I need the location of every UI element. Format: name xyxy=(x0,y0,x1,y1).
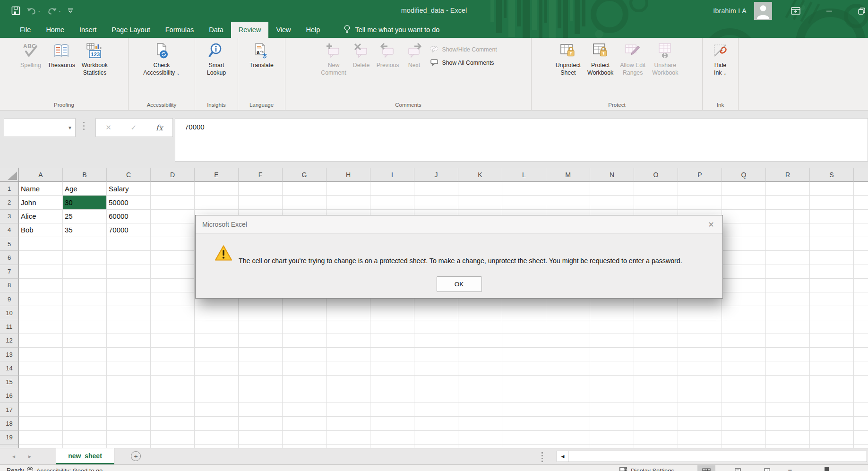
tab-data[interactable]: Data xyxy=(201,22,231,38)
cell-K14[interactable] xyxy=(458,361,502,375)
cell-F20[interactable] xyxy=(239,445,283,448)
row-header-16[interactable]: 16 xyxy=(0,389,19,403)
cell-S4[interactable] xyxy=(810,223,854,237)
cell-H19[interactable] xyxy=(327,431,370,445)
cell-N2[interactable] xyxy=(590,196,634,209)
select-all-button[interactable] xyxy=(0,168,19,182)
cell-S18[interactable] xyxy=(810,417,854,430)
cell-B11[interactable] xyxy=(63,320,107,334)
cell-H1[interactable] xyxy=(327,182,370,196)
column-header-A[interactable]: A xyxy=(19,168,63,182)
cell-J13[interactable] xyxy=(414,348,458,361)
cell-M13[interactable] xyxy=(546,348,590,361)
cell-M18[interactable] xyxy=(546,417,590,430)
cell-H10[interactable] xyxy=(327,306,370,320)
cell-B14[interactable] xyxy=(63,361,107,375)
cell-C2[interactable]: 50000 xyxy=(107,196,151,209)
cell-Q12[interactable] xyxy=(722,334,766,348)
cell-C18[interactable] xyxy=(107,417,151,430)
cell-P1[interactable] xyxy=(678,182,722,196)
cell-J10[interactable] xyxy=(414,306,458,320)
cell-N20[interactable] xyxy=(590,445,634,448)
cell-L15[interactable] xyxy=(502,376,546,389)
cell-N17[interactable] xyxy=(590,403,634,417)
cell-B13[interactable] xyxy=(63,348,107,361)
cell-F14[interactable] xyxy=(239,361,283,375)
column-header-O[interactable]: O xyxy=(634,168,678,182)
cell-F15[interactable] xyxy=(239,376,283,389)
cell-N16[interactable] xyxy=(590,389,634,403)
cell-Q7[interactable] xyxy=(722,265,766,279)
row-header-15[interactable]: 15 xyxy=(0,376,19,389)
cell-L14[interactable] xyxy=(502,361,546,375)
cell-B9[interactable] xyxy=(63,292,107,306)
tab-page-layout[interactable]: Page Layout xyxy=(104,22,157,38)
cell-K20[interactable] xyxy=(458,445,502,448)
cell-R17[interactable] xyxy=(766,403,810,417)
cell-A19[interactable] xyxy=(19,431,63,445)
cell-S8[interactable] xyxy=(810,279,854,292)
cell-L12[interactable] xyxy=(502,334,546,348)
cell-D16[interactable] xyxy=(151,389,195,403)
cell-J18[interactable] xyxy=(414,417,458,430)
cell-C5[interactable] xyxy=(107,237,151,251)
cell-K1[interactable] xyxy=(458,182,502,196)
cell-R10[interactable] xyxy=(766,306,810,320)
cell-Q5[interactable] xyxy=(722,237,766,251)
cell-S13[interactable] xyxy=(810,348,854,361)
cell-N18[interactable] xyxy=(590,417,634,430)
cell-S11[interactable] xyxy=(810,320,854,334)
cell-A20[interactable] xyxy=(19,445,63,448)
column-header-H[interactable]: H xyxy=(327,168,370,182)
column-header-J[interactable]: J xyxy=(414,168,458,182)
cell-J11[interactable] xyxy=(414,320,458,334)
cell-L2[interactable] xyxy=(502,196,546,209)
cell-L20[interactable] xyxy=(502,445,546,448)
cell-D1[interactable] xyxy=(151,182,195,196)
cell-K2[interactable] xyxy=(458,196,502,209)
cell-E11[interactable] xyxy=(195,320,239,334)
cell-E18[interactable] xyxy=(195,417,239,430)
cell-I15[interactable] xyxy=(370,376,414,389)
cell-F10[interactable] xyxy=(239,306,283,320)
column-header-S[interactable]: S xyxy=(810,168,854,182)
cell-R13[interactable] xyxy=(766,348,810,361)
row-header-12[interactable]: 12 xyxy=(0,334,19,348)
cell-Q16[interactable] xyxy=(722,389,766,403)
cell-A10[interactable] xyxy=(19,306,63,320)
cell-O10[interactable] xyxy=(634,306,678,320)
cell-G15[interactable] xyxy=(283,376,327,389)
cell-N13[interactable] xyxy=(590,348,634,361)
cell-G11[interactable] xyxy=(283,320,327,334)
cell-I19[interactable] xyxy=(370,431,414,445)
cell-E14[interactable] xyxy=(195,361,239,375)
cell-B6[interactable] xyxy=(63,251,107,265)
cell-A13[interactable] xyxy=(19,348,63,361)
cell-K13[interactable] xyxy=(458,348,502,361)
cell-Q11[interactable] xyxy=(722,320,766,334)
cell-B12[interactable] xyxy=(63,334,107,348)
cell-I13[interactable] xyxy=(370,348,414,361)
cell-C13[interactable] xyxy=(107,348,151,361)
formula-bar[interactable]: 70000 xyxy=(175,118,868,162)
cell-R18[interactable] xyxy=(766,417,810,430)
workbook-statistics-button[interactable]: 123WorkbookStatistics xyxy=(78,38,111,77)
cell-L11[interactable] xyxy=(502,320,546,334)
cell-A2[interactable]: John xyxy=(19,196,63,209)
cell-L16[interactable] xyxy=(502,389,546,403)
cell-B8[interactable] xyxy=(63,279,107,292)
cell-F2[interactable] xyxy=(239,196,283,209)
cell-J15[interactable] xyxy=(414,376,458,389)
cell-P12[interactable] xyxy=(678,334,722,348)
cell-P2[interactable] xyxy=(678,196,722,209)
cell-N14[interactable] xyxy=(590,361,634,375)
cell-D2[interactable] xyxy=(151,196,195,209)
cell-J12[interactable] xyxy=(414,334,458,348)
cell-K16[interactable] xyxy=(458,389,502,403)
column-header-F[interactable]: F xyxy=(239,168,283,182)
cell-F19[interactable] xyxy=(239,431,283,445)
cell-A4[interactable]: Bob xyxy=(19,223,63,237)
cell-P15[interactable] xyxy=(678,376,722,389)
cell-L18[interactable] xyxy=(502,417,546,430)
row-header-20[interactable] xyxy=(0,445,19,448)
